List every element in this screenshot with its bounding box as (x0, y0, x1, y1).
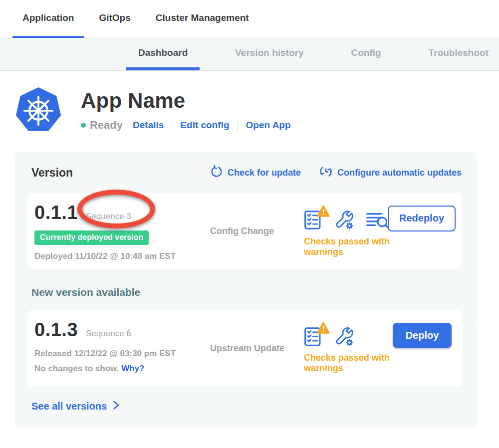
version-panel-title: Version (31, 166, 73, 180)
currently-deployed-badge: Currently deployed version (34, 230, 149, 245)
details-link[interactable]: Details (133, 120, 164, 131)
divider (172, 119, 172, 131)
config-wrench-gear-icon[interactable] (335, 207, 357, 230)
tab-cluster-management[interactable]: Cluster Management (146, 0, 259, 38)
version-panel: Version Check for update (15, 152, 477, 429)
config-wrench-gear-icon[interactable] (335, 324, 357, 347)
released-timestamp: Released 12/12/22 @ 03:30 pm EST (34, 349, 210, 359)
tab-version-history[interactable]: Version history (223, 38, 315, 70)
refresh-icon (210, 165, 228, 181)
configure-automatic-updates-link[interactable]: Configure automatic updates (319, 165, 462, 181)
redeploy-button[interactable]: Redeploy (388, 206, 456, 231)
tab-application[interactable]: Application (12, 0, 84, 38)
warning-triangle-icon (317, 322, 330, 336)
preflight-checklist-icon[interactable] (304, 324, 326, 347)
available-sequence-label: Sequence 6 (86, 329, 131, 339)
app-status: Ready (90, 119, 123, 132)
preflight-checklist-icon[interactable] (304, 207, 326, 230)
tab-dashboard[interactable]: Dashboard (126, 38, 200, 70)
check-for-update-link[interactable]: Check for update (210, 165, 301, 181)
checks-status-available: Checks passed with warnings (304, 353, 409, 374)
clock-sync-icon (319, 165, 337, 181)
configure-automatic-updates-label: Configure automatic updates (337, 168, 462, 178)
new-version-heading: New version available (31, 286, 462, 298)
tab-gitops[interactable]: GitOps (89, 0, 140, 38)
app-name-title: App Name (81, 89, 291, 113)
tab-troubleshoot[interactable]: Troubleshoot (417, 38, 499, 70)
current-version-card: 0.1.1 Sequence 3 Currently deployed vers… (27, 193, 462, 269)
available-version-card: 0.1.3 Sequence 6 Released 12/12/22 @ 03:… (27, 310, 462, 386)
check-for-update-label: Check for update (228, 168, 301, 178)
current-version-number: 0.1.1 (34, 202, 78, 224)
see-all-versions-link[interactable]: See all versions (31, 400, 462, 413)
why-link[interactable]: Why? (121, 364, 144, 373)
edit-config-link[interactable]: Edit config (180, 120, 229, 131)
no-changes-row: No changes to show. Why? (34, 364, 210, 374)
available-version-number: 0.1.3 (34, 319, 78, 341)
checks-status-current: Checks passed with warnings (304, 236, 396, 257)
current-sequence-label: Sequence 3 (86, 212, 131, 222)
app-header: App Name Ready Details Edit config Open … (15, 87, 499, 134)
see-all-versions-label: See all versions (31, 401, 107, 412)
status-dot-icon (81, 123, 86, 128)
deploy-button[interactable]: Deploy (393, 323, 452, 348)
main-nav: Application GitOps Cluster Management (0, 0, 499, 38)
app-sub-nav: Dashboard Version history Config Trouble… (0, 38, 499, 71)
tab-config[interactable]: Config (339, 38, 393, 70)
current-version-type: Config Change (210, 226, 304, 236)
kubernetes-logo (15, 87, 62, 134)
no-changes-text: No changes to show. (34, 364, 119, 373)
chevron-right-icon (107, 400, 121, 413)
warning-triangle-icon (317, 205, 330, 219)
open-app-link[interactable]: Open App (246, 120, 291, 131)
deployed-timestamp: Deployed 11/10/22 @ 10:48 am EST (34, 251, 210, 261)
logs-search-icon[interactable] (366, 207, 388, 230)
divider (238, 119, 238, 131)
available-version-type: Upstream Update (210, 343, 304, 354)
